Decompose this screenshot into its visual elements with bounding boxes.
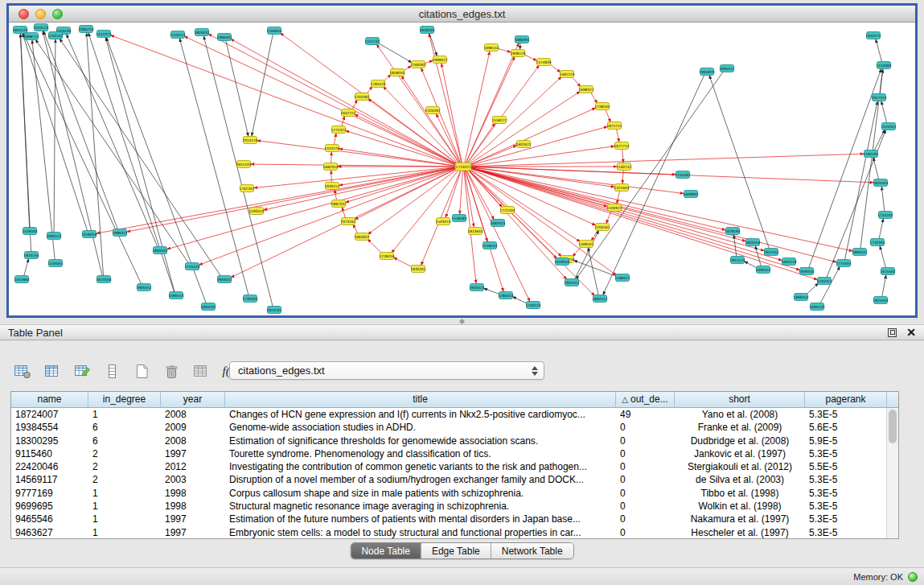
minimize-window-button[interactable]: [35, 9, 46, 19]
cell-title[interactable]: Investigating the contribution of common…: [225, 460, 616, 473]
cell-year[interactable]: 2009: [161, 421, 225, 434]
cell-in_degree[interactable]: 1: [88, 500, 161, 513]
splitter-handle[interactable]: [457, 319, 468, 324]
cell-pagerank[interactable]: 5.3E-5: [805, 513, 887, 525]
graph-edge[interactable]: [467, 76, 561, 164]
cell-short[interactable]: Yano et al. (2008): [675, 408, 805, 421]
cell-out_degree[interactable]: 0: [616, 435, 675, 447]
graph-edge[interactable]: [873, 158, 879, 179]
cell-year[interactable]: 1997: [161, 526, 225, 539]
cell-year[interactable]: 1998: [161, 487, 225, 500]
cell-title[interactable]: Changes of HCN gene expression and I(f) …: [225, 408, 616, 421]
cell-year[interactable]: 2008: [161, 435, 225, 447]
column-header-title[interactable]: title: [225, 392, 616, 408]
graph-edge[interactable]: [460, 170, 463, 214]
cell-short[interactable]: Wolkin et al. (1998): [675, 500, 805, 513]
table-selector-dropdown[interactable]: citations_edges.txt: [229, 361, 544, 380]
graph-edge[interactable]: [231, 39, 458, 165]
graph-edge[interactable]: [524, 54, 537, 60]
scrollbar-thumb[interactable]: [889, 410, 897, 443]
cell-name[interactable]: 9115460: [11, 447, 88, 460]
graph-edge[interactable]: [617, 191, 620, 204]
cell-name[interactable]: 18300295: [11, 435, 88, 447]
tab-network-table[interactable]: Network Table: [491, 543, 573, 558]
show-columns-button[interactable]: [43, 361, 62, 381]
cell-year[interactable]: 1997: [161, 513, 225, 525]
graph-edge[interactable]: [469, 167, 836, 262]
cell-out_degree[interactable]: 0: [616, 526, 675, 539]
cell-in_degree[interactable]: 6: [88, 435, 161, 447]
cell-pagerank[interactable]: 5.3E-5: [805, 408, 887, 421]
graph-edge[interactable]: [346, 130, 458, 165]
cell-out_degree[interactable]: 0: [616, 473, 675, 486]
graph-edge[interactable]: [574, 230, 598, 279]
table-row[interactable]: 946554611997Estimation of the future num…: [11, 513, 898, 525]
cell-out_degree[interactable]: 49: [616, 408, 675, 421]
graph-edge[interactable]: [331, 152, 332, 163]
graph-edge[interactable]: [127, 167, 458, 232]
new-file-button[interactable]: [132, 361, 151, 381]
cell-in_degree[interactable]: 1: [88, 487, 161, 500]
graph-edge[interactable]: [622, 149, 623, 163]
graph-edge[interactable]: [876, 39, 882, 63]
graph-edge[interactable]: [591, 229, 598, 241]
cell-title[interactable]: Structural magnetic resonance image aver…: [225, 500, 616, 513]
graph-edge[interactable]: [54, 39, 55, 233]
graph-edge[interactable]: [820, 266, 840, 303]
graph-edge[interactable]: [879, 219, 883, 239]
graph-edge[interactable]: [709, 76, 770, 249]
graph-edge[interactable]: [606, 109, 611, 122]
cell-in_degree[interactable]: 1: [88, 513, 161, 525]
cell-name[interactable]: 22420046: [11, 460, 88, 473]
graph-edge[interactable]: [184, 36, 458, 165]
table-row[interactable]: 969969511998Structural magnetic resonanc…: [11, 500, 898, 513]
table-row[interactable]: 911546021997Tourette syndrome. Phenomeno…: [11, 447, 898, 460]
graph-edge[interactable]: [331, 171, 332, 183]
cell-year[interactable]: 2003: [161, 473, 225, 486]
graph-edge[interactable]: [280, 33, 458, 165]
table-row[interactable]: 977716911998Corpus callosum shape and si…: [11, 487, 898, 500]
graph-edge[interactable]: [469, 167, 852, 251]
table-row[interactable]: 1872400712008Changes of HCN gene express…: [11, 408, 898, 421]
graph-edge[interactable]: [251, 164, 458, 167]
cell-year[interactable]: 1997: [161, 447, 225, 460]
cell-out_degree[interactable]: 0: [616, 500, 675, 513]
graph-edge[interactable]: [257, 141, 458, 167]
close-window-button[interactable]: [18, 9, 29, 19]
graph-edge[interactable]: [468, 168, 595, 225]
graph-edge[interactable]: [87, 33, 104, 276]
column-header-out_degree[interactable]: △out_de...: [616, 392, 675, 408]
cell-year[interactable]: 2012: [161, 460, 225, 473]
table-row[interactable]: 1830029562008Estimation of significance …: [11, 435, 898, 447]
graph-edge[interactable]: [392, 169, 460, 253]
cell-out_degree[interactable]: 0: [616, 513, 675, 525]
cell-out_degree[interactable]: 0: [616, 447, 675, 460]
cell-pagerank[interactable]: 5.3E-5: [805, 487, 887, 500]
graph-edge[interactable]: [881, 101, 887, 123]
tab-edge-table[interactable]: Edge Table: [421, 543, 491, 558]
cell-year[interactable]: 1998: [161, 500, 225, 513]
graph-edge[interactable]: [341, 116, 344, 126]
cell-title[interactable]: Corpus callosum shape and size in male p…: [225, 487, 616, 500]
delete-table-button[interactable]: [191, 361, 211, 381]
cell-name[interactable]: 9699695: [11, 500, 88, 513]
table-row[interactable]: 2242004622012Investigating the contribut…: [11, 460, 898, 473]
table-mode-button[interactable]: [13, 361, 32, 381]
citation-network-graph[interactable]: 1724022183030117284161664837207326218823…: [9, 23, 915, 315]
cell-in_degree[interactable]: 1: [88, 526, 161, 539]
graph-edge[interactable]: [60, 39, 221, 277]
cell-name[interactable]: 19384554: [11, 421, 88, 434]
table-row[interactable]: 1456911722003Disruption of a novel membe…: [11, 473, 898, 486]
cell-short[interactable]: Dudbridge et al. (2008): [675, 435, 805, 447]
cell-title[interactable]: Tourette syndrome. Phenomenology and cla…: [225, 447, 616, 460]
cell-name[interactable]: 9463627: [11, 526, 88, 539]
cell-in_degree[interactable]: 2: [88, 447, 161, 460]
table-row[interactable]: 1938455462009Genome-wide association stu…: [11, 421, 898, 434]
cell-short[interactable]: Jankovic et al. (1997): [675, 447, 805, 460]
network-canvas[interactable]: 1724022183030117284161664837207326218823…: [9, 23, 915, 315]
cell-in_degree[interactable]: 2: [88, 473, 161, 486]
graph-edge[interactable]: [468, 92, 580, 165]
graph-edge[interactable]: [466, 170, 530, 302]
cell-in_degree[interactable]: 6: [88, 421, 161, 434]
graph-edge[interactable]: [441, 64, 462, 163]
